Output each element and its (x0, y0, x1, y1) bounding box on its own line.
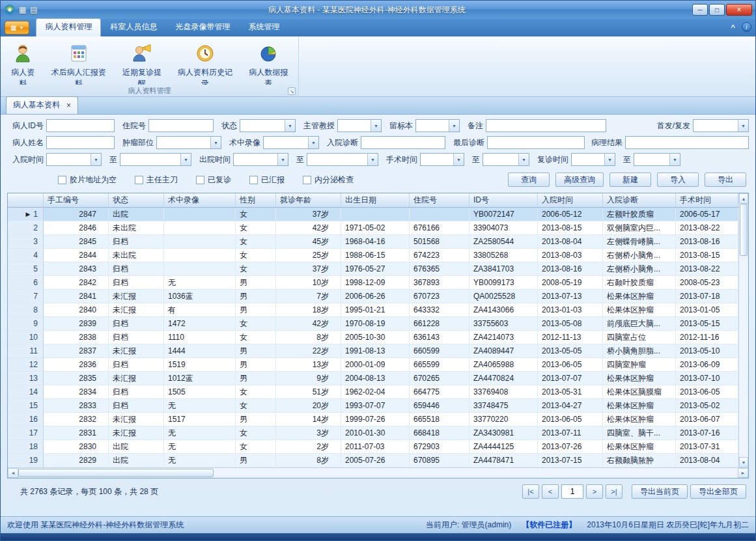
dropdown-arrow-icon[interactable]: ▼ (518, 154, 529, 165)
column-header[interactable]: 住院号 (410, 193, 469, 207)
dropdown-arrow-icon[interactable]: ▼ (604, 154, 615, 165)
dropdown-arrow-icon[interactable]: ▼ (277, 154, 288, 165)
specimen-combo[interactable]: ▼ (415, 119, 460, 132)
export-all-pages-button[interactable]: 导出全部页 (690, 484, 746, 499)
discharge-date-from-combo[interactable]: ▼ (233, 153, 288, 166)
table-row[interactable]: 172831未汇报无女3岁2010-01-30668418ZA343098120… (8, 426, 738, 440)
dropdown-arrow-icon[interactable]: ▼ (371, 120, 381, 132)
tumor-site-combo[interactable]: ▼ (156, 136, 221, 149)
surgery-date-to-combo[interactable]: ▼ (483, 153, 529, 166)
discharge-date-to-combo[interactable]: ▼ (307, 153, 378, 166)
revisit-date-to-combo[interactable]: ▼ (634, 153, 680, 166)
film-address-empty-checkbox[interactable]: 胶片地址为空 (58, 174, 117, 186)
table-row[interactable]: 112837未汇报1444男22岁1991-08-13660599ZA40894… (8, 344, 738, 358)
column-header[interactable]: 状态 (109, 193, 164, 207)
page-number-input[interactable] (561, 484, 583, 499)
tab-close-icon[interactable]: × (66, 101, 71, 110)
table-row[interactable]: 62842归档无男10岁1998-12-09367893YB0099173200… (8, 276, 738, 290)
surgery-video-combo[interactable]: ▼ (263, 136, 319, 149)
table-row[interactable]: 152833归档无女20岁1993-07-0765944633748475201… (8, 399, 738, 413)
last-page-button[interactable]: >| (606, 484, 623, 499)
dropdown-arrow-icon[interactable]: ▼ (738, 120, 748, 132)
horizontal-scrollbar[interactable]: ◄ ► (8, 467, 748, 478)
column-header[interactable]: 手术时间 (676, 193, 738, 207)
column-header[interactable]: ID号 (469, 193, 538, 207)
file-menu-button[interactable]: ▦▼ (5, 21, 29, 35)
table-row[interactable]: 72841未汇报1036蓝男7岁2006-06-26670723QA002552… (8, 290, 738, 303)
table-row[interactable]: 192829出院无男8岁2005-07-26670895ZA4478471201… (8, 454, 738, 467)
first-recurrence-combo[interactable]: ▼ (693, 119, 749, 132)
table-row[interactable]: ▶12847出院女37岁YB00721472006-05-12左额叶胶质瘤200… (8, 208, 738, 221)
vertical-scrollbar[interactable]: ▲ ▼ (738, 193, 748, 467)
column-header[interactable]: 入院时间 (538, 193, 603, 207)
column-header[interactable]: 出生日期 (341, 193, 410, 207)
column-header[interactable]: 就诊年龄 (276, 193, 341, 207)
admission-number-field[interactable] (148, 119, 214, 132)
chief-surgeon-checkbox[interactable]: 主任主刀 (135, 174, 178, 186)
table-row[interactable]: 132835未汇报1012蓝男9岁2004-08-13670265ZA44708… (8, 372, 738, 385)
doc-tab-patient-basic-data[interactable]: 病人基本资料 × (6, 96, 78, 114)
table-row[interactable]: 122836归档1519男13岁2000-01-09665599ZA406598… (8, 358, 738, 372)
first-page-button[interactable]: |< (522, 484, 539, 499)
maximize-button[interactable]: □ (709, 4, 725, 16)
table-row[interactable]: 92839归档1472女42岁1970-08-19661228337556032… (8, 317, 738, 331)
dropdown-arrow-icon[interactable]: ▼ (180, 154, 191, 165)
export-current-page-button[interactable]: 导出当前页 (632, 484, 688, 499)
column-header[interactable]: 入院诊断 (603, 193, 676, 207)
close-button[interactable]: × (726, 4, 752, 16)
dropdown-arrow-icon[interactable]: ▼ (449, 120, 459, 132)
export-button[interactable]: 导出 (705, 173, 746, 187)
scroll-right-icon[interactable]: ► (738, 468, 748, 478)
admission-diagnosis-field[interactable] (361, 136, 445, 149)
scroll-down-icon[interactable]: ▼ (739, 457, 748, 467)
dropdown-arrow-icon[interactable]: ▼ (308, 137, 318, 148)
table-row[interactable]: 52843归档女37岁1976-05-27676365ZA38417032013… (8, 262, 738, 276)
column-header[interactable]: 术中录像 (164, 193, 236, 207)
column-header[interactable]: 手工编号 (44, 193, 109, 207)
tab-disc-video-management[interactable]: 光盘录像带管理 (166, 18, 239, 36)
table-row[interactable]: 42844未出院女25岁1988-06-15674223338052682013… (8, 249, 738, 262)
table-row[interactable]: 22846未出院女42岁1971-05-02676166339040732013… (8, 221, 738, 235)
tab-system-management[interactable]: 系统管理 (239, 18, 288, 36)
chief-professor-combo[interactable]: ▼ (337, 119, 382, 132)
table-row[interactable]: 32845归档女45岁1968-04-16501568ZA25805442013… (8, 235, 738, 249)
status-combo[interactable]: ▼ (240, 119, 296, 132)
dropdown-arrow-icon[interactable]: ▼ (453, 154, 464, 165)
dropdown-arrow-icon[interactable]: ▼ (669, 154, 680, 165)
table-row[interactable]: 82840未汇报有男18岁1995-01-21643332ZA414306620… (8, 303, 738, 317)
new-button[interactable]: 新建 (609, 173, 651, 187)
table-row[interactable]: 162832未汇报1517男14岁1999-07-266655183377022… (8, 413, 738, 426)
scroll-up-icon[interactable]: ▲ (739, 193, 748, 204)
patient-id-field[interactable] (46, 119, 115, 132)
collapse-ribbon-icon[interactable]: ^ (731, 23, 735, 31)
tab-department-staff[interactable]: 科室人员信息 (101, 18, 166, 36)
surgery-date-from-combo[interactable]: ▼ (420, 153, 464, 166)
patient-name-field[interactable] (46, 136, 115, 149)
tab-patient-data-management[interactable]: 病人资料管理 (36, 18, 101, 36)
table-row[interactable]: 182830出院无女2岁2011-07-03672903ZA4444125201… (8, 440, 738, 454)
vertical-scrollbar-thumb[interactable] (740, 204, 748, 256)
advanced-query-button[interactable]: 高级查询 (555, 173, 604, 187)
quick-access-icon-1[interactable]: ▦ (19, 5, 26, 14)
table-row[interactable]: 102838归档1110女8岁2005-10-30636143ZA4214073… (8, 331, 738, 344)
query-button[interactable]: 查询 (508, 173, 550, 187)
endocrine-exam-checkbox[interactable]: 内分泌检查 (303, 174, 354, 186)
remarks-field[interactable] (486, 119, 606, 132)
dropdown-arrow-icon[interactable]: ▼ (210, 137, 221, 148)
next-page-button[interactable]: > (586, 484, 603, 499)
admission-date-from-combo[interactable]: ▼ (46, 153, 102, 166)
revisit-date-from-combo[interactable]: ▼ (571, 153, 615, 166)
dropdown-arrow-icon[interactable]: ▼ (285, 120, 295, 132)
table-row[interactable]: 142834归档1505女51岁1962-02-0466477533769408… (8, 385, 738, 399)
column-header[interactable]: 性别 (236, 193, 276, 207)
dropdown-arrow-icon[interactable]: ▼ (367, 154, 378, 165)
revisited-checkbox[interactable]: 已复诊 (196, 174, 231, 186)
prev-page-button[interactable]: < (542, 484, 559, 499)
final-diagnosis-field[interactable] (487, 136, 585, 149)
admission-date-to-combo[interactable]: ▼ (120, 153, 191, 166)
quick-access-icon-2[interactable]: ▤ (30, 5, 37, 14)
dialog-launcher-icon[interactable]: ↘ (288, 87, 296, 95)
reported-checkbox[interactable]: 已汇报 (249, 174, 285, 186)
minimize-button[interactable]: ─ (692, 4, 708, 16)
info-icon[interactable]: i (742, 22, 751, 32)
